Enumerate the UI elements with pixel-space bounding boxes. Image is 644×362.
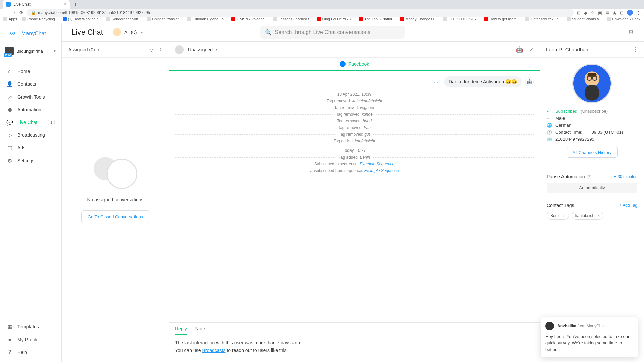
add-tag-link[interactable]: + Add Tag	[620, 203, 638, 208]
address-bar[interactable]: 🔒 manychat.com/fb198150208192061​8/chat/…	[27, 9, 574, 17]
profile-icon: ●	[7, 337, 13, 343]
tab-title: Live Chat	[13, 2, 31, 7]
help-icon[interactable]: ?	[587, 175, 591, 179]
channel-filter[interactable]: All (0) ▼	[113, 28, 143, 36]
ext2-icon[interactable]: ▣	[598, 10, 602, 15]
sidebar-item-profile[interactable]: ●My Profile	[0, 333, 61, 346]
search-input[interactable]: 🔍 Search through Live Chat conversations	[260, 26, 405, 39]
globe-icon: 🌐	[547, 123, 552, 128]
id-icon: 🪪	[547, 137, 552, 142]
tab-reply[interactable]: Reply	[175, 326, 187, 335]
profile-icon[interactable]	[627, 10, 633, 16]
reload-icon[interactable]: ⟳	[19, 10, 23, 15]
logo[interactable]: ManyChat	[0, 23, 61, 44]
ext4-icon[interactable]: ◉	[613, 10, 616, 15]
bookmark-item[interactable]: Datenschutz - Lo...	[525, 17, 561, 21]
channel-icon	[113, 28, 121, 36]
pause-automation-section: Pause Automation? + 30 minutes Automatic…	[540, 169, 644, 198]
sidebar-item-help[interactable]: ?Help	[0, 346, 61, 359]
unsubscribe-link[interactable]: (Unsubscribe)	[581, 109, 608, 114]
bookmark-item[interactable]: Sonderangebot! ...	[106, 17, 142, 21]
bookmark-item[interactable]: Money Changes E...	[400, 17, 439, 21]
new-tab-button[interactable]: +	[71, 2, 80, 9]
all-channels-history-button[interactable]: All Channels History	[567, 147, 617, 158]
settings-icon[interactable]: ⚙	[628, 28, 634, 36]
translate-icon[interactable]: ⊞	[577, 10, 581, 15]
contact-id-row: 🪪2101844979927295	[547, 137, 637, 142]
tag-chip: Berlin×	[547, 212, 569, 220]
conversation-list: Assigned (0) ▼ ▽ ↕ No assigned conversat…	[62, 42, 169, 362]
bookmark-item[interactable]: The Top 3 Platfor...	[359, 17, 395, 21]
sidebar-item-home[interactable]: ⌂Home	[0, 65, 61, 78]
sidebar-item-ads[interactable]: ▢Ads	[0, 141, 61, 154]
add-30-minutes-link[interactable]: + 30 minutes	[614, 174, 637, 179]
conversation-pane: Unassigned ▼ 🤖 ✓ ~ Facebook ✓✓ Danke fü	[169, 42, 540, 362]
closed-conversations-button[interactable]: Go To Closed Conversations	[81, 210, 149, 223]
bookmark-item[interactable]: (1) How Working a...	[63, 17, 102, 21]
bookmark-item[interactable]: LEE 'S HOUSE -...	[443, 17, 479, 21]
browser-actions: ⊞ ◆ ☆ ▣ ▤ ◉ ⊟ ⋮	[577, 10, 641, 16]
remove-tag-icon[interactable]: ×	[563, 213, 565, 218]
sidebar-item-contacts[interactable]: 👤Contacts	[0, 78, 61, 90]
pro-badge: PRO	[4, 53, 12, 57]
composer: Reply Note The last interaction with thi…	[169, 322, 540, 362]
sidebar-item-broadcasting[interactable]: ▷Broadcasting	[0, 129, 61, 141]
automation-status: Automatically	[547, 183, 637, 193]
forward-icon[interactable]: →	[11, 10, 16, 15]
tab-note[interactable]: Note	[195, 326, 205, 335]
sort-icon[interactable]: ↕	[159, 46, 162, 53]
browser-tab[interactable]: Live Chat ×	[3, 0, 70, 9]
workspace-selector[interactable]: PRO Bildungsfirma ▼	[0, 44, 61, 58]
tag-event: Tag removed: kunde	[336, 112, 373, 117]
tag-event: Tag removed: frau	[338, 125, 371, 130]
bookmark-item[interactable]: Chinese translati...	[147, 17, 182, 21]
menu-icon[interactable]: ⋮	[636, 10, 641, 15]
bookmark-item[interactable]: GMSN - Vologda,...	[231, 17, 269, 21]
remove-tag-icon[interactable]: ×	[597, 213, 600, 218]
sidebar-item-settings[interactable]: ⚙Settings	[0, 154, 61, 167]
sidebar-item-growth[interactable]: ↗Growth Tools	[0, 90, 61, 103]
assigned-dropdown[interactable]: Assigned (0) ▼	[68, 47, 100, 52]
ext5-icon[interactable]: ⊟	[620, 10, 624, 15]
done-icon[interactable]: ✓	[529, 46, 534, 53]
bookmark-item[interactable]: Qing Fei De Yi - Y...	[317, 17, 355, 21]
bookmark-item[interactable]: Tutorial: Eigene Fa...	[187, 17, 227, 21]
broadcasts-link[interactable]: Broadcasts	[202, 348, 225, 353]
tag-event: Tag removed: gut	[339, 132, 370, 137]
sidebar-item-livechat[interactable]: 💬Live Chat1	[0, 116, 61, 129]
message-bubble: Danke für deine Antworten 😄😄	[444, 76, 522, 87]
bookmark-item[interactable]: Phone Recycling...	[22, 17, 58, 21]
assignee-avatar	[175, 45, 184, 54]
more-icon[interactable]: ⋮	[633, 46, 638, 53]
growth-icon: ↗	[7, 94, 13, 100]
lock-icon: 🔒	[31, 10, 36, 15]
bookmark-item[interactable]: Download - Cooki...	[607, 17, 644, 21]
contact-avatar	[572, 64, 612, 103]
bot-icon[interactable]: 🤖	[516, 46, 523, 53]
assignee-dropdown[interactable]: Unassigned ▼	[188, 47, 218, 52]
ext3-icon[interactable]: ▤	[605, 10, 609, 15]
check-icon: ✓	[547, 109, 552, 114]
message-list: ✓✓ Danke für deine Antworten 😄😄 🤖 13 Apr…	[169, 71, 540, 322]
bookmark-item[interactable]: Lessons Learned f...	[273, 17, 312, 21]
facebook-icon: ~	[340, 61, 346, 67]
popup-avatar	[545, 322, 554, 330]
star-icon[interactable]: ☆	[591, 10, 595, 15]
bookmark-item[interactable]: Student Wants a...	[567, 17, 602, 21]
page-header: Live Chat All (0) ▼ 🔍 Search through Liv…	[62, 23, 644, 42]
filter-icon[interactable]: ▽	[149, 46, 153, 53]
popup-message: Hey Leon, You've been selected to take o…	[545, 333, 633, 353]
svg-rect-2	[585, 85, 599, 101]
bookmark-item[interactable]: How to get more ...	[484, 17, 521, 21]
back-icon[interactable]: ←	[3, 10, 8, 15]
ext-icon[interactable]: ◆	[584, 10, 587, 15]
sequence-event: Subscribed to sequence: Example Sequence	[314, 162, 395, 166]
close-icon[interactable]: ×	[64, 2, 66, 7]
notification-popup[interactable]: Anzhelika from ManyChat Hey Leon, You've…	[541, 317, 638, 358]
sidebar-item-automation[interactable]: ⊗Automation	[0, 103, 61, 116]
sidebar-item-templates[interactable]: ▦Templates	[0, 320, 61, 333]
chevron-down-icon: ▼	[97, 48, 100, 51]
bookmark-item[interactable]: Apps	[3, 17, 17, 21]
tag-event: Tag added: Berlin	[339, 155, 370, 160]
empty-chat-icon	[94, 157, 137, 190]
